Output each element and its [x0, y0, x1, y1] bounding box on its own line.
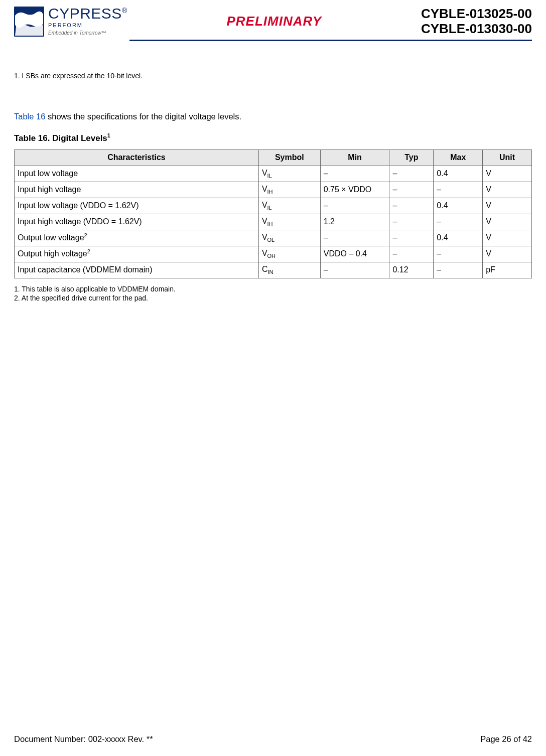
cell-characteristics: Input low voltage (VDDO = 1.62V) — [15, 198, 259, 214]
cell-unit: V — [483, 198, 532, 214]
cell-min: VDDO – 0.4 — [320, 246, 389, 262]
cell-symbol: VIH — [258, 214, 320, 230]
brand-perform: PERFORM — [48, 22, 127, 28]
cell-typ: – — [389, 166, 434, 182]
cell-characteristics: Input high voltage (VDDO = 1.62V) — [15, 214, 259, 230]
table-row: Input low voltageVIL––0.4V — [15, 166, 532, 182]
cell-unit: V — [483, 246, 532, 262]
brand-block: CYPRESS® PERFORM Embedded in Tomorrow™ — [14, 6, 127, 37]
cell-symbol: CIN — [258, 262, 320, 278]
cell-typ: – — [389, 182, 434, 198]
cell-symbol: VIL — [258, 166, 320, 182]
cell-typ: – — [389, 230, 434, 246]
footnote-2: 2. At the specified drive current for th… — [14, 293, 532, 303]
part-number-2: CYBLE-013030-00 — [421, 22, 532, 37]
brand-name: CYPRESS® — [48, 6, 127, 21]
cell-max: – — [434, 182, 483, 198]
intro-sentence: Table 16 shows the specifications for th… — [14, 111, 532, 122]
cypress-logo-icon — [14, 7, 44, 37]
brand-text: CYPRESS® PERFORM Embedded in Tomorrow™ — [48, 6, 127, 37]
table-row: Input low voltage (VDDO = 1.62V)VIL––0.4… — [15, 198, 532, 214]
cell-min: – — [320, 262, 389, 278]
part-number-1: CYBLE-013025-00 — [421, 7, 532, 22]
cell-unit: V — [483, 182, 532, 198]
table-footnotes: 1. This table is also applicable to VDDM… — [14, 284, 532, 303]
cell-min: – — [320, 198, 389, 214]
top-footnote: 1. LSBs are expressed at the 10-bit leve… — [14, 71, 532, 81]
cell-max: – — [434, 262, 483, 278]
cell-min: – — [320, 230, 389, 246]
cell-typ: – — [389, 214, 434, 230]
preliminary-label: PRELIMINARY — [226, 14, 322, 29]
col-typ: Typ — [389, 149, 434, 166]
cell-unit: V — [483, 230, 532, 246]
cell-max: – — [434, 246, 483, 262]
page-header: CYPRESS® PERFORM Embedded in Tomorrow™ P… — [14, 6, 532, 40]
brand-tagline: Embedded in Tomorrow™ — [48, 30, 127, 36]
cell-typ: – — [389, 246, 434, 262]
cell-symbol: VIL — [258, 198, 320, 214]
digital-levels-table: Characteristics Symbol Min Typ Max Unit … — [14, 149, 532, 278]
part-numbers: CYBLE-013025-00 CYBLE-013030-00 — [421, 7, 532, 37]
cell-unit: pF — [483, 262, 532, 278]
table-reference-link[interactable]: Table 16 — [14, 112, 45, 121]
table-row: Input high voltage (VDDO = 1.62V)VIH1.2–… — [15, 214, 532, 230]
cell-symbol: VOL — [258, 230, 320, 246]
col-max: Max — [434, 149, 483, 166]
cell-characteristics: Output low voltage2 — [15, 230, 259, 246]
table-row: Output high voltage2VOHVDDO – 0.4––V — [15, 246, 532, 262]
cell-min: – — [320, 166, 389, 182]
col-symbol: Symbol — [258, 149, 320, 166]
page-body: 1. LSBs are expressed at the 10-bit leve… — [14, 71, 532, 303]
col-unit: Unit — [483, 149, 532, 166]
cell-characteristics: Input capacitance (VDDMEM domain) — [15, 262, 259, 278]
cell-characteristics: Output high voltage2 — [15, 246, 259, 262]
table-row: Output low voltage2VOL––0.4V — [15, 230, 532, 246]
table-caption: Table 16. Digital Levels1 — [14, 132, 532, 144]
table-header-row: Characteristics Symbol Min Typ Max Unit — [15, 149, 532, 166]
cell-symbol: VIH — [258, 182, 320, 198]
cell-min: 0.75 × VDDO — [320, 182, 389, 198]
header-rule — [129, 40, 532, 41]
footnote-1: 1. This table is also applicable to VDDM… — [14, 284, 532, 293]
table-row: Input capacitance (VDDMEM domain)CIN–0.1… — [15, 262, 532, 278]
cell-symbol: VOH — [258, 246, 320, 262]
cell-typ: 0.12 — [389, 262, 434, 278]
cell-typ: – — [389, 198, 434, 214]
table-row: Input high voltageVIH0.75 × VDDO––V — [15, 182, 532, 198]
cell-max: 0.4 — [434, 198, 483, 214]
cell-max: 0.4 — [434, 230, 483, 246]
cell-characteristics: Input high voltage — [15, 182, 259, 198]
page-number: Page 26 of 42 — [480, 734, 532, 744]
col-min: Min — [320, 149, 389, 166]
cell-unit: V — [483, 166, 532, 182]
col-characteristics: Characteristics — [15, 149, 259, 166]
cell-characteristics: Input low voltage — [15, 166, 259, 182]
cell-max: 0.4 — [434, 166, 483, 182]
intro-rest: shows the specifications for the digital… — [45, 112, 241, 121]
document-number: Document Number: 002-xxxxx Rev. ** — [14, 734, 153, 744]
cell-min: 1.2 — [320, 214, 389, 230]
cell-max: – — [434, 214, 483, 230]
cell-unit: V — [483, 214, 532, 230]
page-footer: Document Number: 002-xxxxx Rev. ** Page … — [14, 734, 532, 744]
